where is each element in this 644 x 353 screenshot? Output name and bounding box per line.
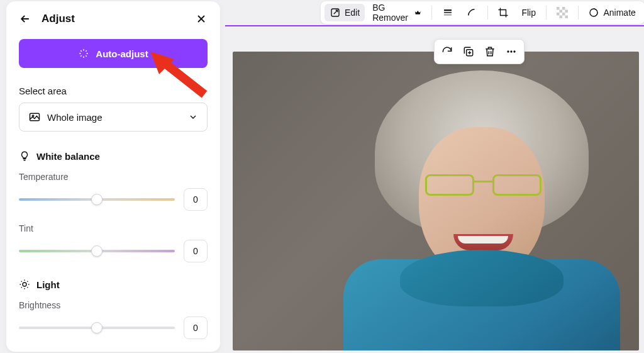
svg-point-2	[23, 283, 26, 286]
brightness-group: Brightness 0	[19, 300, 208, 339]
tint-group: Tint 0	[19, 223, 208, 262]
refresh-icon	[441, 45, 453, 58]
chevron-down-icon	[188, 112, 198, 122]
delete-button[interactable]	[482, 44, 497, 59]
image-icon	[28, 111, 41, 123]
crop-icon	[497, 7, 509, 18]
auto-adjust-button[interactable]: Auto-adjust	[19, 39, 208, 68]
panel-title: Adjust	[42, 13, 185, 25]
sun-icon	[19, 279, 30, 290]
auto-adjust-label: Auto-adjust	[96, 48, 148, 59]
slider-thumb[interactable]	[91, 322, 103, 333]
crop-button[interactable]	[492, 4, 514, 21]
select-area-label: Select area	[19, 86, 208, 96]
tint-value[interactable]: 0	[184, 240, 208, 262]
transparency-button[interactable]	[552, 4, 573, 21]
more-button[interactable]	[504, 44, 519, 59]
svg-point-17	[513, 50, 515, 52]
panel-header: Adjust	[19, 13, 208, 25]
separator	[487, 6, 488, 20]
edit-button[interactable]: Edit	[325, 4, 365, 21]
white-balance-header: White balance	[19, 150, 208, 162]
svg-rect-9	[557, 13, 560, 16]
corner-button[interactable]	[461, 4, 482, 21]
slider-thumb[interactable]	[91, 245, 103, 257]
copy-icon	[462, 45, 475, 58]
svg-point-13	[590, 9, 597, 16]
svg-rect-11	[559, 16, 562, 19]
brightness-value[interactable]: 0	[184, 317, 208, 339]
svg-rect-12	[565, 16, 568, 19]
svg-point-15	[507, 50, 509, 52]
checker-icon	[557, 7, 568, 18]
light-header: Light	[19, 279, 208, 290]
top-toolbar: Edit BG Remover Flip Animate	[321, 1, 644, 24]
weight-button[interactable]	[437, 4, 458, 21]
tint-label: Tint	[19, 223, 208, 233]
light-title: Light	[36, 279, 60, 290]
tint-slider[interactable]	[19, 250, 175, 252]
brightness-label: Brightness	[19, 300, 208, 310]
edit-icon	[330, 7, 341, 18]
flip-button[interactable]: Flip	[516, 4, 541, 21]
svg-rect-7	[559, 10, 562, 13]
sparkle-icon	[78, 48, 89, 59]
animate-button[interactable]: Animate	[583, 4, 640, 21]
element-toolbar	[434, 39, 525, 64]
corner-icon	[466, 7, 477, 18]
adjust-panel: Adjust Auto-adjust Select area Whole ima…	[6, 1, 220, 352]
dots-icon	[505, 45, 518, 58]
brightness-slider[interactable]	[19, 327, 175, 329]
duplicate-button[interactable]	[461, 44, 476, 59]
portrait-placeholder	[362, 70, 601, 347]
temperature-slider[interactable]	[19, 198, 175, 201]
white-balance-title: White balance	[36, 151, 100, 162]
bulb-icon	[19, 150, 30, 162]
separator	[578, 6, 579, 20]
animate-icon	[588, 7, 599, 18]
separator	[431, 6, 432, 20]
lines-icon	[442, 7, 453, 18]
select-value: Whole image	[47, 112, 182, 123]
temperature-group: Temperature 0	[19, 172, 208, 211]
select-area-dropdown[interactable]: Whole image	[19, 103, 208, 132]
crown-icon	[414, 8, 421, 17]
svg-rect-8	[565, 10, 568, 13]
separator	[546, 6, 547, 20]
bg-remover-button[interactable]: BG Remover	[367, 0, 426, 26]
slider-thumb[interactable]	[91, 194, 103, 205]
trash-icon	[484, 45, 496, 58]
selection-indicator	[225, 25, 644, 26]
svg-point-16	[510, 50, 512, 52]
svg-rect-6	[562, 7, 565, 10]
canvas-image[interactable]	[233, 52, 639, 350]
temperature-value[interactable]: 0	[184, 188, 208, 211]
close-icon[interactable]	[195, 13, 208, 25]
svg-rect-10	[562, 13, 565, 16]
sync-button[interactable]	[440, 44, 455, 59]
back-arrow-icon[interactable]	[19, 13, 31, 25]
svg-rect-5	[557, 7, 560, 10]
temperature-label: Temperature	[19, 172, 208, 182]
